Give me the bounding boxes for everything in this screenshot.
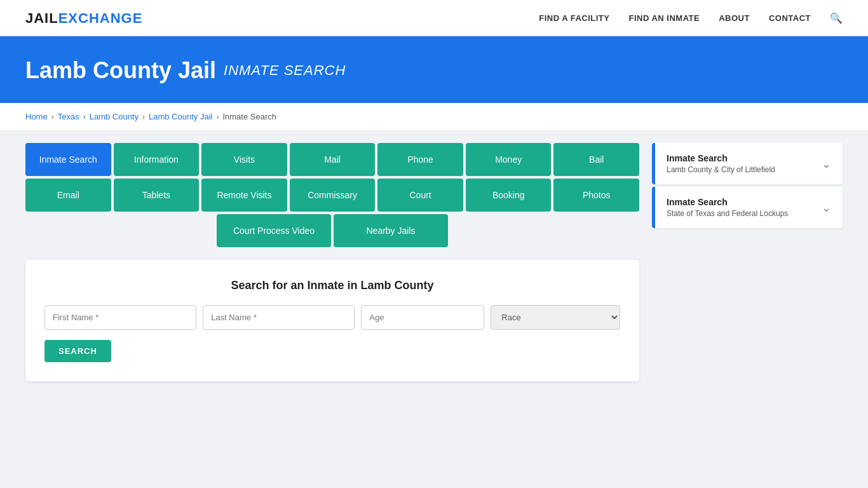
hero-subtitle: Inmate Search — [224, 62, 346, 79]
sidebar-card-1-header[interactable]: Inmate Search Lamb County & City of Litt… — [655, 143, 843, 184]
btn-bail[interactable]: Bail — [553, 143, 639, 176]
sidebar-card-2-title: Inmate Search — [667, 197, 788, 207]
search-card-title: Search for an Inmate in Lamb County — [44, 279, 620, 292]
btn-nearby-jails[interactable]: Nearby Jails — [334, 214, 448, 247]
btn-information[interactable]: Information — [114, 143, 200, 176]
logo-jail: JAIL — [25, 10, 58, 27]
breadcrumb-sep-2: › — [83, 112, 86, 121]
btn-phone[interactable]: Phone — [377, 143, 463, 176]
header-search-button[interactable]: 🔍 — [830, 12, 843, 24]
sidebar-card-2-subtitle: State of Texas and Federal Lockups — [667, 209, 788, 218]
first-name-input[interactable] — [44, 305, 196, 330]
hero-title: Lamb County Jail Inmate Search — [25, 57, 843, 84]
chevron-down-icon-2: ⌄ — [822, 201, 831, 215]
btn-tablets[interactable]: Tablets — [114, 179, 200, 212]
breadcrumb-home[interactable]: Home — [25, 112, 48, 121]
btn-money[interactable]: Money — [466, 143, 552, 176]
hero-title-text: Lamb County Jail — [25, 57, 216, 84]
btn-inmate-search[interactable]: Inmate Search — [25, 143, 111, 176]
search-inputs-row: Race White Black Hispanic Asian Other — [44, 305, 620, 330]
breadcrumb-lamb-county[interactable]: Lamb County — [90, 112, 139, 121]
logo[interactable]: JAIL EXCHANGE — [25, 10, 142, 27]
breadcrumb-texas[interactable]: Texas — [58, 112, 79, 121]
nav-find-facility[interactable]: FIND A FACILITY — [539, 13, 609, 23]
hero-banner: Lamb County Jail Inmate Search — [0, 38, 868, 103]
logo-exchange: EXCHANGE — [58, 10, 143, 27]
btn-commissary[interactable]: Commissary — [290, 179, 376, 212]
nav-about[interactable]: ABOUT — [719, 13, 750, 23]
main-nav: FIND A FACILITY FIND AN INMATE ABOUT CON… — [539, 12, 843, 24]
nav-buttons-grid: Inmate Search Information Visits Mail Ph… — [25, 143, 639, 247]
last-name-input[interactable] — [203, 305, 355, 330]
breadcrumb-lamb-county-jail[interactable]: Lamb County Jail — [149, 112, 212, 121]
nav-contact[interactable]: CONTACT — [769, 13, 811, 23]
btn-email[interactable]: Email — [25, 179, 111, 212]
search-button[interactable]: SEARCH — [44, 340, 111, 362]
nav-btn-row-2: Email Tablets Remote Visits Commissary C… — [25, 179, 639, 212]
sidebar-card-2: Inmate Search State of Texas and Federal… — [652, 187, 843, 228]
btn-booking[interactable]: Booking — [466, 179, 552, 212]
nav-find-inmate[interactable]: FIND AN INMATE — [628, 13, 700, 23]
breadcrumb-current: Inmate Search — [222, 112, 276, 121]
sidebar-card-1-text: Inmate Search Lamb County & City of Litt… — [667, 153, 775, 174]
btn-mail[interactable]: Mail — [290, 143, 376, 176]
btn-remote-visits[interactable]: Remote Visits — [201, 179, 287, 212]
sidebar-card-1-title: Inmate Search — [667, 153, 775, 163]
left-column: Inmate Search Information Visits Mail Ph… — [25, 143, 639, 381]
btn-photos[interactable]: Photos — [553, 179, 639, 212]
breadcrumb: Home › Texas › Lamb County › Lamb County… — [0, 103, 868, 130]
sidebar-card-2-header[interactable]: Inmate Search State of Texas and Federal… — [655, 187, 843, 228]
btn-court-process-video[interactable]: Court Process Video — [217, 214, 331, 247]
btn-visits[interactable]: Visits — [201, 143, 287, 176]
breadcrumb-sep-1: › — [51, 112, 54, 121]
main-content: Inmate Search Information Visits Mail Ph… — [0, 130, 868, 394]
sidebar-card-2-text: Inmate Search State of Texas and Federal… — [667, 197, 788, 218]
race-select[interactable]: Race White Black Hispanic Asian Other — [491, 305, 620, 330]
chevron-down-icon-1: ⌄ — [822, 157, 831, 171]
inmate-search-card: Search for an Inmate in Lamb County Race… — [25, 260, 639, 381]
sidebar-card-1: Inmate Search Lamb County & City of Litt… — [652, 143, 843, 184]
header: JAIL EXCHANGE FIND A FACILITY FIND AN IN… — [0, 0, 868, 38]
btn-court[interactable]: Court — [377, 179, 463, 212]
sidebar-card-1-subtitle: Lamb County & City of Littlefield — [667, 165, 775, 174]
breadcrumb-sep-4: › — [216, 112, 219, 121]
nav-btn-row-1: Inmate Search Information Visits Mail Ph… — [25, 143, 639, 176]
right-sidebar: Inmate Search Lamb County & City of Litt… — [652, 143, 843, 231]
age-input[interactable] — [361, 305, 484, 330]
breadcrumb-sep-3: › — [142, 112, 145, 121]
nav-btn-row-3: Court Process Video Nearby Jails — [25, 214, 639, 247]
